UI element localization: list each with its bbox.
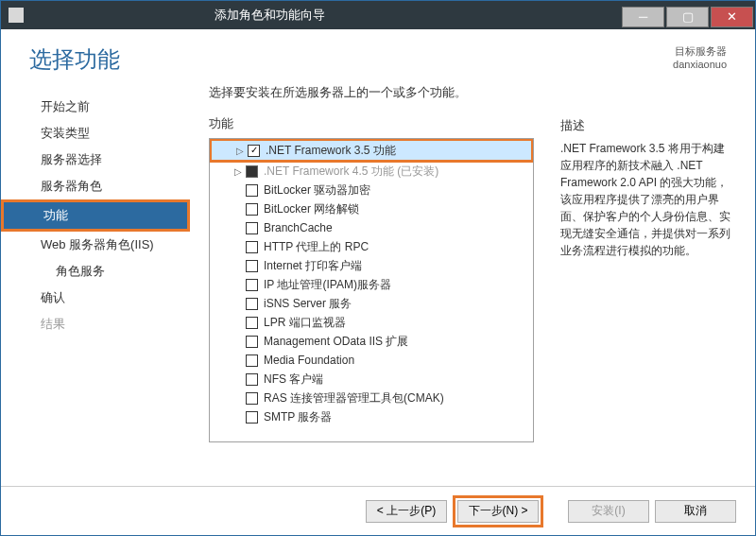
feature-label: IP 地址管理(IPAM)服务器 [264, 277, 391, 293]
description-text: .NET Framework 3.5 将用于构建应用程序的新技术融入 .NET … [560, 140, 730, 259]
expand-icon [232, 393, 243, 404]
expand-icon [232, 242, 243, 252]
checkbox[interactable] [246, 392, 258, 405]
feature-row[interactable]: BranchCache [210, 218, 533, 237]
expand-icon [232, 299, 243, 309]
feature-row[interactable]: SMTP 服务器 [210, 407, 533, 426]
maximize-button[interactable]: ▢ [666, 7, 709, 27]
expand-icon [232, 318, 243, 328]
expand-icon [232, 337, 243, 347]
checkbox-net45[interactable] [246, 165, 258, 178]
feature-row[interactable]: Media Foundation [210, 351, 533, 370]
sidebar-item-features[interactable]: 功能 [4, 202, 187, 229]
feature-row-net45[interactable]: ▷ .NET Framework 4.5 功能 (已安装) [210, 162, 533, 181]
feature-row[interactable]: Internet 打印客户端 [210, 256, 533, 275]
minimize-button[interactable]: ─ [622, 7, 664, 27]
close-button[interactable]: ✕ [711, 7, 753, 27]
checkbox[interactable] [246, 279, 258, 291]
feature-row[interactable]: BitLocker 驱动器加密 [210, 181, 533, 199]
checkbox-net35[interactable] [248, 145, 260, 157]
feature-label: .NET Framework 4.5 功能 (已安装) [264, 164, 438, 180]
feature-label: iSNS Server 服务 [264, 296, 352, 312]
feature-label: HTTP 代理上的 RPC [264, 239, 369, 255]
feature-label: RAS 连接管理器管理工具包(CMAK) [264, 390, 444, 406]
feature-row[interactable]: BitLocker 网络解锁 [210, 199, 533, 218]
instruction-text: 选择要安装在所选服务器上的一个或多个功能。 [209, 84, 534, 101]
checkbox[interactable] [246, 354, 258, 367]
app-icon [9, 8, 24, 23]
expand-icon [232, 185, 243, 196]
checkbox[interactable] [246, 184, 258, 197]
checkbox[interactable] [246, 203, 258, 216]
prev-button[interactable]: < 上一步(P) [366, 500, 447, 523]
feature-label: .NET Framework 3.5 功能 [266, 143, 396, 159]
wizard-window: 添加角色和功能向导 ─ ▢ ✕ 选择功能 目标服务器 danxiaonuo 开始… [0, 0, 756, 536]
titlebar: 添加角色和功能向导 ─ ▢ ✕ [1, 1, 755, 29]
features-list[interactable]: ▷ .NET Framework 3.5 功能 ▷ .NET Framework… [209, 138, 534, 442]
target-info: 目标服务器 danxiaonuo [673, 44, 727, 75]
next-button[interactable]: 下一步(N) > [457, 500, 539, 523]
checkbox[interactable] [246, 241, 258, 253]
expand-icon [232, 204, 243, 215]
feature-label: SMTP 服务器 [264, 409, 332, 425]
features-section-label: 功能 [209, 115, 534, 132]
description-label: 描述 [560, 117, 730, 134]
target-label: 目标服务器 [673, 44, 727, 59]
sidebar-item-before-begin[interactable]: 开始之前 [1, 94, 190, 120]
sidebar-item-install-type[interactable]: 安装类型 [1, 120, 190, 147]
feature-label: BranchCache [264, 221, 333, 234]
feature-label: NFS 客户端 [264, 372, 323, 388]
feature-row[interactable]: IP 地址管理(IPAM)服务器 [210, 275, 533, 294]
feature-row[interactable]: Management OData IIS 扩展 [210, 332, 533, 351]
expand-icon [232, 280, 243, 290]
checkbox[interactable] [246, 298, 258, 310]
page-title: 选择功能 [29, 44, 120, 75]
feature-row[interactable]: HTTP 代理上的 RPC [210, 237, 533, 256]
expand-icon [232, 412, 243, 423]
expand-icon [232, 261, 243, 271]
feature-label: LPR 端口监视器 [264, 315, 346, 331]
sidebar-item-server-selection[interactable]: 服务器选择 [1, 147, 190, 173]
feature-row[interactable]: iSNS Server 服务 [210, 294, 533, 313]
feature-row[interactable]: RAS 连接管理器管理工具包(CMAK) [210, 389, 533, 407]
feature-row[interactable]: NFS 客户端 [210, 370, 533, 389]
window-title: 添加角色和功能向导 [31, 7, 622, 24]
sidebar-item-confirm[interactable]: 确认 [1, 285, 190, 311]
checkbox[interactable] [246, 222, 258, 234]
checkbox[interactable] [246, 317, 258, 329]
sidebar-item-server-roles[interactable]: 服务器角色 [1, 173, 190, 199]
expand-icon [232, 374, 243, 385]
feature-label: BitLocker 网络解锁 [264, 201, 359, 217]
feature-row-net35[interactable]: ▷ .NET Framework 3.5 功能 [212, 141, 531, 160]
wizard-steps-sidebar: 开始之前 安装类型 服务器选择 服务器角色 功能 Web 服务器角色(IIS) … [1, 84, 190, 486]
target-value: danxiaonuo [673, 59, 727, 70]
checkbox[interactable] [246, 411, 258, 424]
checkbox[interactable] [246, 373, 258, 386]
feature-label: BitLocker 驱动器加密 [264, 182, 370, 199]
feature-label: Internet 打印客户端 [264, 258, 362, 274]
feature-label: Management OData IIS 扩展 [264, 334, 408, 350]
expand-icon[interactable]: ▷ [232, 166, 243, 177]
feature-row[interactable]: LPR 端口监视器 [210, 313, 533, 332]
expand-icon [232, 223, 243, 233]
checkbox[interactable] [246, 260, 258, 272]
feature-label: Media Foundation [264, 354, 354, 367]
wizard-button-bar: < 上一步(P) 下一步(N) > 安装(I) 取消 [1, 486, 755, 535]
sidebar-item-role-services[interactable]: 角色服务 [1, 258, 190, 285]
install-button: 安装(I) [568, 500, 649, 523]
expand-icon[interactable]: ▷ [234, 146, 245, 156]
sidebar-item-results: 结果 [1, 311, 190, 337]
checkbox[interactable] [246, 336, 258, 348]
expand-icon [232, 355, 243, 366]
sidebar-item-web-server-role[interactable]: Web 服务器角色(IIS) [1, 232, 190, 258]
cancel-button[interactable]: 取消 [655, 500, 736, 523]
